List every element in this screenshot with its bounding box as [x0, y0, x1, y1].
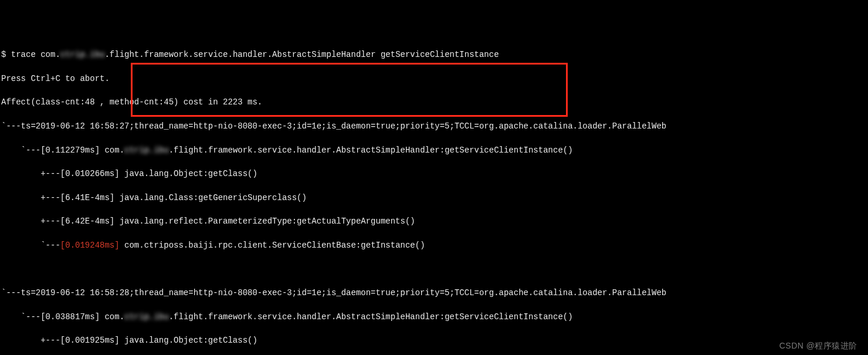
- trace-row: +---[6.41E-4ms] java.lang.Class:getGener…: [1, 192, 868, 204]
- blank-line: [1, 263, 868, 275]
- annotation-rectangle: [131, 63, 568, 117]
- trace-header: `---ts=2019-06-12 16:58:27;thread_name=h…: [1, 120, 868, 132]
- redacted-text: ctrip.ibu: [60, 49, 105, 60]
- trace-row: `---[0.038817ms] com.ctrip.ibu.flight.fr…: [1, 311, 868, 323]
- command-line: $ trace com.ctrip.ibu.flight.framework.s…: [1, 49, 868, 60]
- trace-header: `---ts=2019-06-12 16:58:28;thread_name=h…: [1, 287, 868, 299]
- trace-row: +---[0.001925ms] java.lang.Object:getCla…: [1, 334, 868, 346]
- redacted-text: ctrip.ibu: [124, 311, 169, 323]
- trace-row: +---[0.010266ms] java.lang.Object:getCla…: [1, 168, 868, 180]
- abort-hint: Press Ctrl+C to abort.: [1, 73, 868, 84]
- timing-highlight: [0.019248ms]: [60, 241, 120, 250]
- affect-summary: Affect(class-cnt:48 , method-cnt:45) cos…: [1, 96, 868, 108]
- trace-row: `---[0.112279ms] com.ctrip.ibu.flight.fr…: [1, 144, 868, 156]
- trace-row: +---[6.42E-4ms] java.lang.reflect.Parame…: [1, 215, 868, 227]
- trace-row: `---[0.019248ms] com.ctriposs.baiji.rpc.…: [1, 239, 868, 251]
- redacted-text: ctrip.ibu: [124, 144, 169, 156]
- watermark-text: CSDN @程序猿进阶: [779, 340, 857, 351]
